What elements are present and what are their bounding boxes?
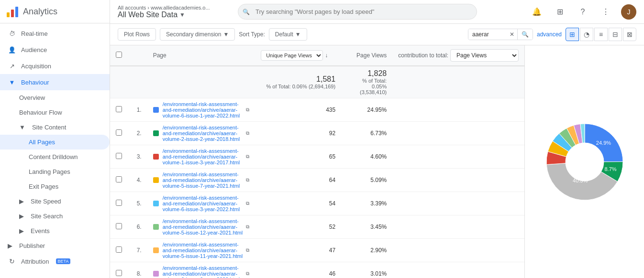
filter-input[interactable]: [468, 29, 507, 40]
sort-type-dropdown[interactable]: Default ▼: [269, 28, 307, 41]
total-checkbox-cell: [110, 66, 128, 98]
row-checkbox-cell: [110, 262, 128, 278]
row-checkbox[interactable]: [116, 176, 122, 182]
row-num: 8.: [128, 262, 147, 278]
page-link[interactable]: /environmental-risk-assessment-and-remed…: [163, 171, 244, 189]
page-link[interactable]: /environmental-risk-assessment-and-remed…: [163, 195, 244, 212]
select-all-checkbox[interactable]: [116, 52, 122, 58]
table-body: 1. /environmental-risk-assessment-and-re…: [110, 98, 524, 278]
sidebar-item-behaviour[interactable]: ▼ Behaviour: [0, 74, 110, 90]
sidebar-item-publisher[interactable]: ▶ Publisher: [0, 238, 110, 253]
sidebar-item-content-drilldown[interactable]: Content Drilldown: [0, 150, 110, 164]
header-contribution: contribution to total: Page Views Sessio…: [392, 45, 524, 66]
row-page: /environmental-risk-assessment-and-remed…: [147, 98, 255, 122]
chevron-down-icon: ▼: [295, 31, 301, 38]
view-custom1-button[interactable]: ⊟: [609, 28, 622, 41]
total-unique-views: 1,581 % of Total: 0.06% (2,694,169): [255, 66, 341, 98]
page-link[interactable]: /environmental-risk-assessment-and-remed…: [163, 242, 244, 259]
row-checkbox[interactable]: [116, 129, 122, 136]
acquisition-icon: ↗: [8, 62, 16, 70]
sidebar-item-landing-pages[interactable]: Landing Pages: [0, 164, 110, 179]
row-checkbox[interactable]: [116, 106, 122, 112]
row-page-views-pct: 5.09%: [341, 169, 392, 192]
table-total-row: 1,581 % of Total: 0.06% (2,694,169) 1,82…: [110, 66, 524, 98]
view-custom2-button[interactable]: ⊠: [623, 28, 636, 41]
account-selector[interactable]: All Web Site Data ▼: [118, 11, 210, 19]
external-link-icon[interactable]: ⧉: [246, 107, 249, 113]
view-pie-button[interactable]: ◔: [580, 28, 593, 41]
sidebar-item-site-search[interactable]: ▶ Site Search: [0, 209, 110, 224]
row-checkbox[interactable]: [116, 270, 122, 276]
row-page-views-pct: 6.73%: [341, 122, 392, 145]
row-checkbox[interactable]: [116, 153, 122, 159]
row-checkbox[interactable]: [116, 200, 122, 206]
header-page-views: Page Views: [341, 45, 392, 66]
sidebar-item-site-speed[interactable]: ▶ Site Speed: [0, 194, 110, 209]
svg-rect-0: [7, 12, 10, 17]
page-link[interactable]: /environmental-risk-assessment-and-remed…: [163, 125, 244, 142]
sidebar-item-behaviour-flow[interactable]: Behaviour Flow: [0, 105, 110, 120]
help-button[interactable]: ?: [575, 4, 590, 20]
row-checkbox-cell: [110, 145, 128, 169]
row-page-views-pct: 3.39%: [341, 192, 392, 215]
secondary-dimension-dropdown[interactable]: Secondary dimension ▼: [160, 28, 235, 41]
notifications-button[interactable]: 🔔: [529, 4, 544, 20]
sidebar-item-all-pages[interactable]: All Pages: [0, 135, 110, 150]
page-link[interactable]: /environmental-risk-assessment-and-remed…: [163, 148, 244, 165]
sidebar-item-acquisition[interactable]: ↗ Acquisition: [0, 58, 110, 74]
filter-clear-button[interactable]: ✕: [507, 29, 517, 40]
avatar[interactable]: J: [621, 4, 636, 20]
filter-search-button[interactable]: 🔍: [517, 29, 533, 40]
row-checkbox[interactable]: [116, 246, 122, 253]
sidebar-item-events[interactable]: ▶ Events: [0, 224, 110, 238]
sidebar-item-exit-pages[interactable]: Exit Pages: [0, 179, 110, 194]
unique-page-views-select[interactable]: Unique Page Views Page Views Sessions: [261, 50, 323, 61]
sidebar-item-label: Audience: [21, 46, 47, 53]
apps-button[interactable]: ⊞: [552, 4, 567, 20]
external-link-icon[interactable]: ⧉: [246, 130, 249, 136]
sidebar-item-label: Overview: [19, 94, 45, 101]
clock-icon: ⏱: [8, 29, 16, 38]
row-num: 1.: [128, 98, 147, 122]
advanced-link[interactable]: advanced: [537, 31, 562, 38]
page-link[interactable]: /environmental-risk-assessment-and-remed…: [163, 265, 244, 278]
more-button[interactable]: ⋮: [598, 4, 613, 20]
total-page-views: 1,828 % of Total: 0.05% (3,538,410): [341, 66, 392, 98]
expand-icon: ▼: [19, 124, 25, 131]
behaviour-icon: ▼: [8, 78, 16, 86]
sidebar-item-audience[interactable]: 👤 Audience: [0, 42, 110, 58]
plot-rows-button[interactable]: Plot Rows: [118, 28, 156, 41]
sidebar-item-label: Attribution: [21, 258, 49, 265]
view-grid-button[interactable]: ⊞: [566, 28, 579, 41]
row-page-views-pct: 3.01%: [341, 262, 392, 278]
row-color-dot: [153, 271, 159, 277]
page-link[interactable]: /environmental-risk-assessment-and-remed…: [163, 218, 244, 235]
contribution-select[interactable]: Page Views Sessions Unique Page Views: [450, 49, 519, 62]
sidebar-item-label: All Pages: [29, 139, 55, 146]
row-checkbox[interactable]: [116, 223, 122, 229]
external-link-icon[interactable]: ⧉: [246, 177, 249, 183]
external-link-icon[interactable]: ⧉: [246, 224, 249, 230]
row-color-dot: [153, 224, 159, 230]
external-link-icon[interactable]: ⧉: [246, 201, 249, 206]
sidebar-item-site-content[interactable]: ▼ Site Content: [0, 120, 110, 135]
sidebar-item-overview[interactable]: Overview: [0, 90, 110, 105]
row-unique-views: 54: [255, 192, 341, 215]
page-link[interactable]: /environmental-risk-assessment-and-remed…: [163, 101, 244, 118]
row-checkbox-cell: [110, 169, 128, 192]
attribution-icon: ↻: [8, 257, 16, 266]
sidebar-item-attribution[interactable]: ↻ Attribution BETA: [0, 253, 110, 269]
external-link-icon[interactable]: ⧉: [246, 271, 249, 277]
external-link-icon[interactable]: ⧉: [246, 154, 249, 160]
external-link-icon[interactable]: ⧉: [246, 247, 249, 253]
data-table: Page Unique Page Views Page Views Sessio…: [110, 45, 524, 278]
sidebar-item-realtime[interactable]: ⏱ Real-time: [0, 25, 110, 42]
search-input[interactable]: [238, 4, 477, 20]
row-color-dot: [153, 201, 159, 206]
sidebar-item-label: Exit Pages: [29, 183, 58, 190]
row-unique-views: 92: [255, 122, 341, 145]
sort-down-icon[interactable]: ↓: [325, 52, 328, 59]
pie-label: 24.9%: [596, 140, 611, 146]
row-page: /environmental-risk-assessment-and-remed…: [147, 239, 255, 262]
view-list-button[interactable]: ≡: [594, 28, 608, 41]
